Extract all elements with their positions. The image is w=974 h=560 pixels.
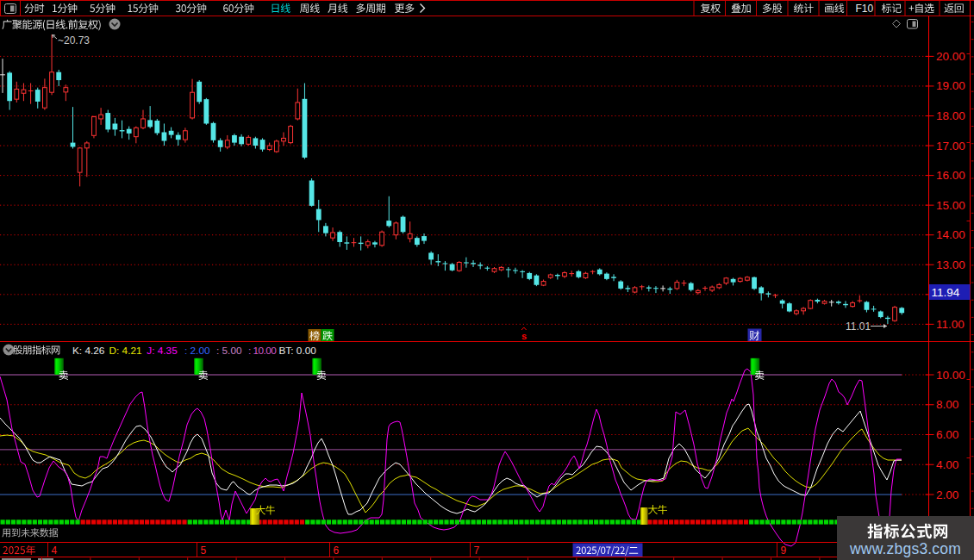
svg-text:15.00: 15.00 (936, 199, 965, 212)
svg-text:18.00: 18.00 (936, 109, 965, 122)
svg-text:19.00: 19.00 (936, 79, 965, 92)
svg-text:16.00: 16.00 (936, 169, 965, 182)
svg-text:www.zbgs3.com: www.zbgs3.com (849, 540, 961, 557)
svg-text:: 2.00: : 2.00 (184, 345, 210, 357)
svg-text:5: 5 (201, 544, 207, 557)
svg-text:14.00: 14.00 (936, 228, 965, 241)
svg-text:J: 4.35: J: 4.35 (147, 345, 178, 357)
svg-text:4.00: 4.00 (936, 458, 958, 471)
svg-text:D: 4.21: D: 4.21 (109, 345, 142, 357)
svg-text:4: 4 (52, 544, 58, 557)
svg-text:s: s (521, 331, 527, 341)
svg-text:6.00: 6.00 (936, 428, 958, 441)
svg-text:6: 6 (334, 544, 340, 557)
svg-text:10.00: 10.00 (936, 369, 965, 382)
svg-text:17.00: 17.00 (936, 140, 965, 152)
svg-text:20.00: 20.00 (936, 50, 965, 63)
svg-text:7: 7 (474, 544, 480, 557)
svg-text:~20.73: ~20.73 (58, 34, 90, 47)
svg-text:13.00: 13.00 (936, 258, 965, 271)
svg-text:BT: 0.00: BT: 0.00 (279, 345, 317, 357)
svg-text:: 10.00: : 10.00 (248, 345, 277, 357)
svg-text:11.00: 11.00 (936, 318, 965, 331)
svg-text:2.00: 2.00 (936, 488, 958, 501)
svg-text:9: 9 (781, 544, 787, 557)
svg-text:11.01: 11.01 (846, 320, 871, 333)
svg-text:11.94: 11.94 (932, 286, 960, 299)
svg-text:F10: F10 (856, 3, 874, 15)
svg-text:8.00: 8.00 (936, 398, 958, 411)
svg-text:K: 4.26: K: 4.26 (72, 345, 105, 357)
svg-text:: 5.00: : 5.00 (216, 345, 242, 357)
